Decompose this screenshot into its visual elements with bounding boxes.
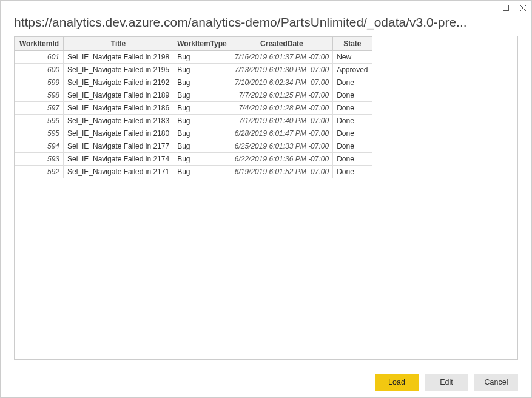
maximize-icon[interactable]	[502, 4, 510, 12]
table-row[interactable]: 598Sel_IE_Navigate Failed in 2189Bug7/7/…	[15, 89, 372, 102]
cell-workitemid: 599	[15, 76, 64, 89]
page-title: https://analytics.dev.azure.com/analytic…	[1, 15, 531, 36]
cell-title: Sel_IE_Navigate Failed in 2171	[64, 166, 173, 178]
cell-workitemtype: Bug	[173, 166, 231, 178]
col-header-title[interactable]: Title	[64, 37, 173, 51]
close-icon[interactable]	[519, 4, 527, 12]
preview-pane: WorkItemId Title WorkItemType CreatedDat…	[14, 36, 518, 360]
cell-state: Done	[333, 153, 372, 166]
cell-createddate: 7/10/2019 6:02:34 PM -07:00	[231, 76, 332, 89]
cell-createddate: 7/16/2019 6:01:37 PM -07:00	[231, 51, 332, 64]
cell-workitemtype: Bug	[173, 153, 231, 166]
cell-title: Sel_IE_Navigate Failed in 2177	[64, 140, 173, 153]
cell-workitemid: 594	[15, 140, 64, 153]
cell-workitemid: 592	[15, 166, 64, 178]
cell-state: Done	[333, 76, 372, 89]
cell-workitemid: 595	[15, 127, 64, 140]
cell-title: Sel_IE_Navigate Failed in 2189	[64, 89, 173, 102]
table-row[interactable]: 594Sel_IE_Navigate Failed in 2177Bug6/25…	[15, 140, 372, 153]
col-header-state[interactable]: State	[333, 37, 372, 51]
svg-rect-0	[503, 5, 509, 11]
cell-workitemid: 593	[15, 153, 64, 166]
cell-workitemid: 598	[15, 89, 64, 102]
cell-state: New	[333, 51, 372, 64]
cell-title: Sel_IE_Navigate Failed in 2192	[64, 76, 173, 89]
cell-createddate: 6/19/2019 6:01:52 PM -07:00	[231, 166, 332, 178]
cell-createddate: 7/4/2019 6:01:28 PM -07:00	[231, 102, 332, 115]
cell-createddate: 7/7/2019 6:01:25 PM -07:00	[231, 89, 332, 102]
data-table: WorkItemId Title WorkItemType CreatedDat…	[15, 36, 372, 178]
cell-workitemtype: Bug	[173, 51, 231, 64]
cell-state: Done	[333, 115, 372, 127]
cell-state: Done	[333, 102, 372, 115]
col-header-workitemtype[interactable]: WorkItemType	[173, 37, 231, 51]
cell-workitemtype: Bug	[173, 115, 231, 127]
cell-workitemtype: Bug	[173, 140, 231, 153]
dialog-footer: Load Edit Cancel	[1, 367, 531, 397]
edit-button[interactable]: Edit	[425, 374, 468, 391]
col-header-workitemid[interactable]: WorkItemId	[15, 37, 64, 51]
cell-state: Approved	[333, 64, 372, 76]
cell-title: Sel_IE_Navigate Failed in 2183	[64, 115, 173, 127]
cancel-button[interactable]: Cancel	[474, 374, 518, 391]
cell-workitemid: 601	[15, 51, 64, 64]
cell-title: Sel_IE_Navigate Failed in 2174	[64, 153, 173, 166]
cell-workitemtype: Bug	[173, 127, 231, 140]
cell-workitemtype: Bug	[173, 76, 231, 89]
cell-workitemid: 597	[15, 102, 64, 115]
cell-title: Sel_IE_Navigate Failed in 2198	[64, 51, 173, 64]
table-row[interactable]: 601Sel_IE_Navigate Failed in 2198Bug7/16…	[15, 51, 372, 64]
table-row[interactable]: 597Sel_IE_Navigate Failed in 2186Bug7/4/…	[15, 102, 372, 115]
cell-createddate: 6/28/2019 6:01:47 PM -07:00	[231, 127, 332, 140]
table-row[interactable]: 596Sel_IE_Navigate Failed in 2183Bug7/1/…	[15, 115, 372, 127]
cell-state: Done	[333, 166, 372, 178]
cell-state: Done	[333, 127, 372, 140]
cell-workitemid: 596	[15, 115, 64, 127]
cell-title: Sel_IE_Navigate Failed in 2180	[64, 127, 173, 140]
load-button[interactable]: Load	[375, 374, 419, 391]
table-row[interactable]: 600Sel_IE_Navigate Failed in 2195Bug7/13…	[15, 64, 372, 76]
cell-title: Sel_IE_Navigate Failed in 2186	[64, 102, 173, 115]
table-row[interactable]: 599Sel_IE_Navigate Failed in 2192Bug7/10…	[15, 76, 372, 89]
cell-workitemid: 600	[15, 64, 64, 76]
col-header-createddate[interactable]: CreatedDate	[231, 37, 332, 51]
cell-state: Done	[333, 89, 372, 102]
cell-createddate: 7/13/2019 6:01:30 PM -07:00	[231, 64, 332, 76]
cell-workitemtype: Bug	[173, 89, 231, 102]
cell-createddate: 6/25/2019 6:01:33 PM -07:00	[231, 140, 332, 153]
table-row[interactable]: 592Sel_IE_Navigate Failed in 2171Bug6/19…	[15, 166, 372, 178]
table-row[interactable]: 595Sel_IE_Navigate Failed in 2180Bug6/28…	[15, 127, 372, 140]
cell-createddate: 7/1/2019 6:01:40 PM -07:00	[231, 115, 332, 127]
titlebar	[1, 1, 531, 15]
cell-workitemtype: Bug	[173, 102, 231, 115]
table-row[interactable]: 593Sel_IE_Navigate Failed in 2174Bug6/22…	[15, 153, 372, 166]
cell-state: Done	[333, 140, 372, 153]
cell-createddate: 6/22/2019 6:01:36 PM -07:00	[231, 153, 332, 166]
cell-title: Sel_IE_Navigate Failed in 2195	[64, 64, 173, 76]
cell-workitemtype: Bug	[173, 64, 231, 76]
